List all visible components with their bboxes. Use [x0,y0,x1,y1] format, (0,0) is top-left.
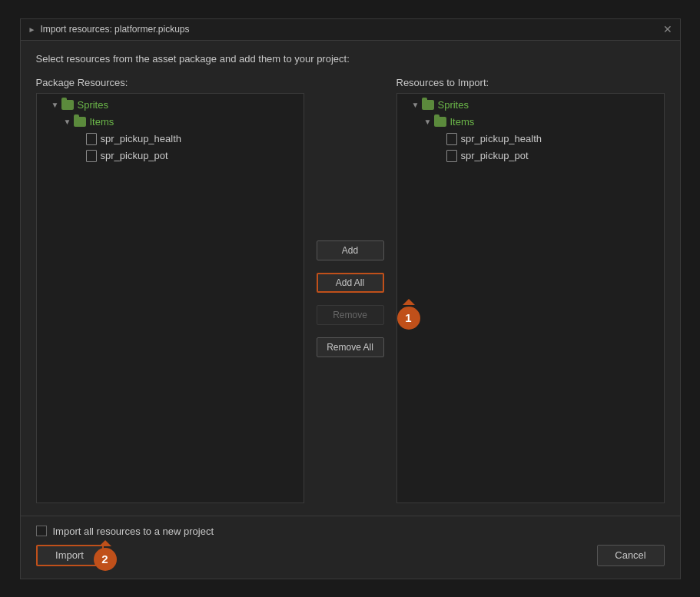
import-button[interactable]: Import [36,545,104,566]
resources-to-import-label: Resources to Import: [396,77,665,88]
remove-button[interactable]: Remove [317,305,384,325]
tree-item-spr-health[interactable]: spr_pickup_health [37,131,304,148]
spr-pot-label: spr_pickup_pot [101,150,168,161]
action-row: Import Cancel [36,545,665,566]
title-bar: ► Import resources: platformer.pickups ✕ [21,19,680,41]
description-text: Select resources from the asset package … [36,53,665,65]
title-bar-left: ► Import resources: platformer.pickups [28,24,190,35]
spr-health-arrow-placeholder [74,133,86,145]
checkbox-row: Import all resources to a new project [36,526,665,537]
spr-health2-arrow-placeholder [434,133,446,145]
items2-folder-icon [434,117,446,127]
spr-pot2-arrow-placeholder [434,150,446,162]
spr-health2-label: spr_pickup_health [461,133,542,144]
tree-item-sprites[interactable]: ▼ Sprites [37,97,304,114]
cancel-button[interactable]: Cancel [597,545,665,566]
tree-item-sprites2[interactable]: ▼ Sprites [397,97,664,114]
items-folder-icon [74,117,86,127]
spr-pot2-label: spr_pickup_pot [461,150,529,161]
add-all-button[interactable]: Add All [317,273,384,293]
remove-all-button[interactable]: Remove All [317,337,384,357]
sprites-arrow-icon: ▼ [49,99,61,111]
package-resources-label: Package Resources: [36,77,304,88]
sprites-folder-icon [61,100,74,110]
tree-item-items[interactable]: ▼ Items [37,114,304,131]
tree-item-spr-pot2[interactable]: spr_pickup_pot [397,148,664,164]
dialog-title: Import resources: platformer.pickups [40,24,189,35]
add-button[interactable]: Add [317,240,384,260]
title-arrow-icon: ► [28,25,36,34]
spr-health-label: spr_pickup_health [101,133,182,144]
resources-to-import-tree[interactable]: ▼ Sprites ▼ Items spr_pickup_he [396,93,665,503]
sprites-label: Sprites [78,99,108,111]
import-dialog: ► Import resources: platformer.pickups ✕… [20,18,681,579]
package-resources-panel: Package Resources: ▼ Sprites ▼ Items [36,77,304,503]
tree-item-spr-health2[interactable]: spr_pickup_health [397,131,664,148]
tree-item-items2[interactable]: ▼ Items [397,114,664,131]
close-button[interactable]: ✕ [663,24,672,35]
items-label: Items [90,116,114,128]
sprites2-arrow-icon: ▼ [410,99,422,111]
items2-label: Items [450,116,475,128]
dialog-content: Select resources from the asset package … [21,41,680,516]
panels-container: Package Resources: ▼ Sprites ▼ Items [36,77,665,503]
sprites2-folder-icon [422,100,434,110]
spr-pot2-file-icon [446,150,457,162]
checkbox-label: Import all resources to a new project [53,526,214,537]
resources-to-import-panel: Resources to Import: ▼ Sprites ▼ Items [396,77,665,503]
items2-arrow-icon: ▼ [422,116,434,128]
package-resources-tree[interactable]: ▼ Sprites ▼ Items spr_pickup_he [36,93,304,503]
dialog-footer: Import all resources to a new project Im… [21,516,680,579]
new-project-checkbox[interactable] [36,526,47,536]
tree-item-spr-pot[interactable]: spr_pickup_pot [37,148,304,164]
spr-health-file-icon [86,133,97,145]
buttons-panel: Add Add All Remove Remove All [304,95,396,503]
spr-pot-arrow-placeholder [74,150,86,162]
spr-pot-file-icon [86,150,97,162]
sprites2-label: Sprites [438,99,469,111]
spr-health2-file-icon [446,133,457,145]
items-arrow-icon: ▼ [61,116,74,128]
